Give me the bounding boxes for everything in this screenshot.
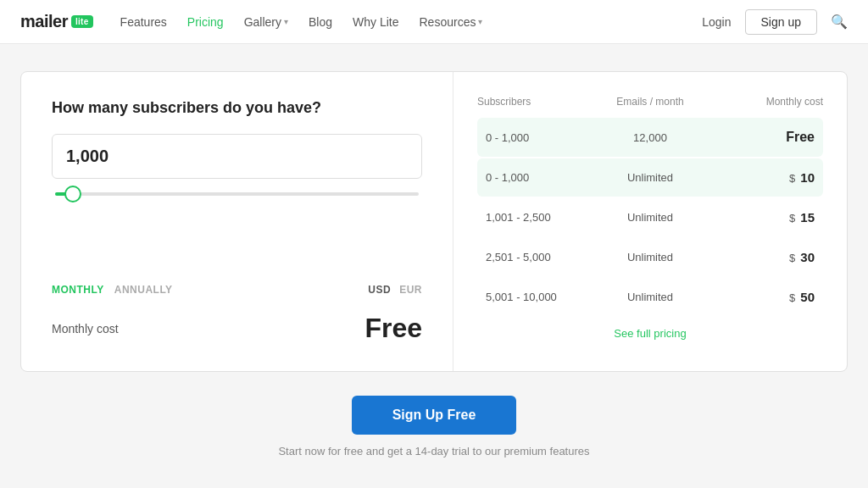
price-dollar: $ <box>789 172 795 185</box>
row-cost: Free <box>705 130 815 145</box>
row-emails: 12,000 <box>595 131 704 144</box>
pricing-row: 5,001 - 10,000 Unlimited $ 50 <box>477 278 823 316</box>
header-emails: Emails / month <box>593 96 708 108</box>
row-cost: $ 30 <box>705 250 815 264</box>
slider-track <box>55 192 419 196</box>
row-emails: Unlimited <box>595 291 704 303</box>
right-panel: Subscribers Emails / month Monthly cost … <box>453 72 847 371</box>
chevron-down-icon: ▾ <box>478 17 482 26</box>
navbar: mailer lite Features Pricing Gallery ▾ B… <box>0 0 868 44</box>
nav-resources[interactable]: Resources ▾ <box>420 15 483 29</box>
cta-subtext: Start now for free and get a 14-day tria… <box>20 445 848 458</box>
price-dollar: $ <box>789 252 795 264</box>
billing-toggle: MONTHLY ANNUALLY USD EUR <box>52 284 422 296</box>
bottom-cta: Sign Up Free Start now for free and get … <box>20 396 848 458</box>
pricing-card: How many subscribers do you have? 1,000 … <box>20 71 848 372</box>
row-emails: Unlimited <box>595 211 704 224</box>
row-subscribers: 2,501 - 5,000 <box>486 251 595 263</box>
cost-value: Free <box>364 313 422 344</box>
row-subscribers: 0 - 1,000 <box>486 131 595 144</box>
annually-toggle[interactable]: ANNUALLY <box>114 284 173 296</box>
row-cost: $ 50 <box>705 290 815 304</box>
row-cost: $ 10 <box>705 170 815 185</box>
main-content: How many subscribers do you have? 1,000 … <box>0 44 868 485</box>
nav-features[interactable]: Features <box>120 15 167 29</box>
login-button[interactable]: Login <box>702 15 731 29</box>
price-dollar: $ <box>789 291 795 304</box>
row-subscribers: 1,001 - 2,500 <box>486 211 595 224</box>
row-subscribers: 0 - 1,000 <box>486 171 595 184</box>
left-panel: How many subscribers do you have? 1,000 … <box>21 72 453 371</box>
header-cost: Monthly cost <box>708 96 823 108</box>
nav-blog[interactable]: Blog <box>309 15 332 29</box>
signup-button[interactable]: Sign up <box>745 9 817 35</box>
slider-thumb[interactable] <box>64 186 81 202</box>
cost-label: Monthly cost <box>52 322 119 336</box>
nav-why-lite[interactable]: Why Lite <box>353 15 398 29</box>
see-full-pricing: See full pricing <box>477 326 823 340</box>
subscriber-question: How many subscribers do you have? <box>52 99 422 117</box>
cost-row: Monthly cost Free <box>52 313 422 344</box>
row-emails: Unlimited <box>595 251 704 263</box>
subscriber-value: 1,000 <box>66 147 408 166</box>
nav-pricing[interactable]: Pricing <box>187 15 224 29</box>
nav-right: Login Sign up 🔍 <box>702 9 848 35</box>
see-full-pricing-link[interactable]: See full pricing <box>614 327 686 340</box>
logo-name: mailer <box>20 12 68 31</box>
pricing-row: 0 - 1,000 12,000 Free <box>477 118 823 157</box>
slider-container <box>52 192 422 216</box>
row-emails: Unlimited <box>595 171 704 184</box>
price-free: Free <box>786 130 815 144</box>
chevron-down-icon: ▾ <box>284 17 288 26</box>
subscriber-input-box: 1,000 <box>52 134 422 179</box>
search-icon: 🔍 <box>831 14 848 29</box>
billing-frequency: MONTHLY ANNUALLY <box>52 284 173 296</box>
logo: mailer lite <box>20 12 93 31</box>
row-cost: $ 15 <box>705 210 815 225</box>
pricing-row: 1,001 - 2,500 Unlimited $ 15 <box>477 198 823 236</box>
price-dollar: $ <box>789 212 795 225</box>
pricing-row: 2,501 - 5,000 Unlimited $ 30 <box>477 238 823 276</box>
search-icon-button[interactable]: 🔍 <box>831 14 848 30</box>
eur-toggle[interactable]: EUR <box>399 284 422 296</box>
pricing-row: 0 - 1,000 Unlimited $ 10 <box>477 158 823 197</box>
pricing-table-header: Subscribers Emails / month Monthly cost <box>477 89 823 118</box>
nav-gallery[interactable]: Gallery ▾ <box>244 15 288 29</box>
monthly-toggle[interactable]: MONTHLY <box>52 284 104 296</box>
usd-toggle[interactable]: USD <box>368 284 391 296</box>
currency-toggle: USD EUR <box>368 284 422 296</box>
header-subscribers: Subscribers <box>477 96 593 108</box>
row-subscribers: 5,001 - 10,000 <box>486 291 595 303</box>
logo-badge: lite <box>71 15 93 28</box>
nav-links: Features Pricing Gallery ▾ Blog Why Lite… <box>120 15 676 29</box>
signup-free-button[interactable]: Sign Up Free <box>352 396 517 435</box>
